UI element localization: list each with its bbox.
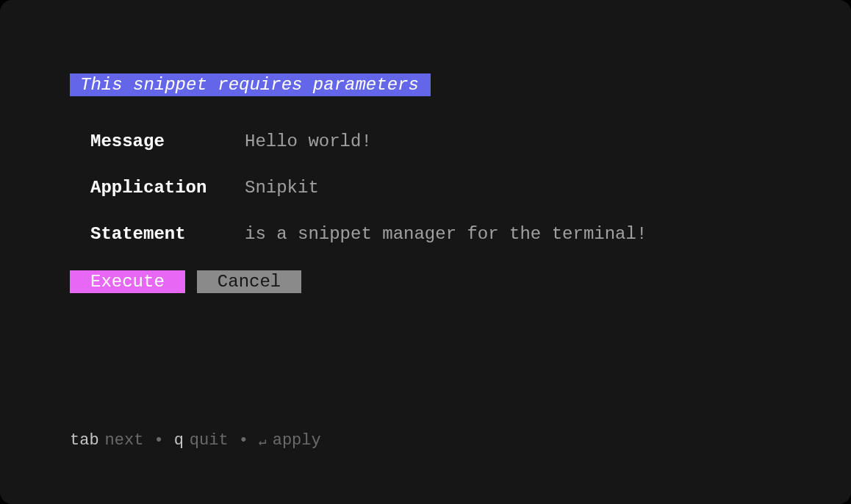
hint-tab-key: tab [70, 431, 99, 450]
cancel-button[interactable]: Cancel [197, 270, 301, 293]
hint-enter-action: apply [273, 431, 321, 450]
execute-button[interactable]: Execute [70, 270, 185, 293]
param-value-application[interactable]: Snipkit [245, 178, 319, 198]
button-row: Execute Cancel [70, 270, 781, 293]
param-value-statement[interactable]: is a snippet manager for the terminal! [245, 224, 647, 244]
param-label-statement: Statement [90, 224, 245, 244]
enter-icon: ↵ [259, 433, 267, 449]
hint-separator: • [239, 431, 248, 450]
hint-tab-action: next [105, 431, 144, 450]
hints-bar: tab next • q quit • ↵ apply [70, 431, 321, 450]
param-row-message: Message Hello world! [90, 132, 781, 151]
param-row-statement: Statement is a snippet manager for the t… [90, 224, 781, 244]
hint-q-key: q [174, 431, 184, 450]
terminal-window: This snippet requires parameters Message… [0, 0, 851, 504]
panel-title: This snippet requires parameters [70, 73, 431, 96]
param-label-application: Application [90, 178, 245, 198]
param-value-message[interactable]: Hello world! [245, 132, 372, 151]
hint-separator: • [154, 431, 163, 450]
param-label-message: Message [90, 132, 245, 151]
param-row-application: Application Snipkit [90, 178, 781, 198]
hint-q-action: quit [190, 431, 229, 450]
